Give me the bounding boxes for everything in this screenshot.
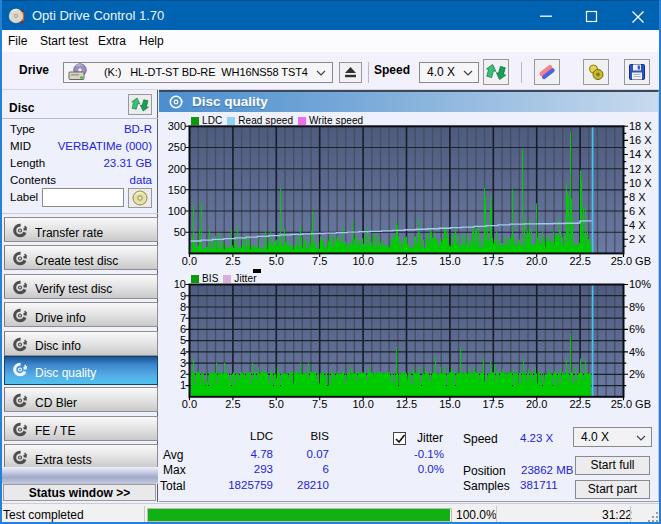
svg-text:12.5: 12.5: [396, 398, 417, 410]
svg-text:2: 2: [180, 368, 186, 380]
svg-text:18 X: 18 X: [629, 120, 652, 132]
svg-text:2.5: 2.5: [225, 255, 240, 267]
svg-text:0.0: 0.0: [182, 255, 197, 267]
svg-text:5.0: 5.0: [269, 398, 284, 410]
svg-text:22.5: 22.5: [569, 398, 590, 410]
svg-text:6%: 6%: [629, 323, 645, 335]
svg-text:10%: 10%: [629, 278, 651, 290]
svg-text:5: 5: [180, 334, 186, 346]
svg-text:50: 50: [174, 226, 186, 238]
svg-text:15.0: 15.0: [439, 398, 460, 410]
svg-text:8 X: 8 X: [629, 191, 646, 203]
svg-text:15.0: 15.0: [439, 255, 460, 267]
svg-text:7.5: 7.5: [312, 398, 327, 410]
svg-text:5.0: 5.0: [269, 255, 284, 267]
svg-text:150: 150: [168, 184, 186, 196]
svg-text:250: 250: [168, 141, 186, 153]
svg-text:6: 6: [180, 323, 186, 335]
svg-text:22.5: 22.5: [569, 255, 590, 267]
svg-text:10.0: 10.0: [352, 398, 373, 410]
svg-text:6 X: 6 X: [629, 205, 646, 217]
svg-text:4%: 4%: [629, 346, 645, 358]
svg-text:8%: 8%: [629, 301, 645, 313]
svg-text:17.5: 17.5: [483, 255, 504, 267]
svg-text:7.5: 7.5: [312, 255, 327, 267]
svg-text:2 X: 2 X: [629, 233, 646, 245]
svg-text:4 X: 4 X: [629, 219, 646, 231]
svg-text:100: 100: [168, 205, 186, 217]
svg-text:14 X: 14 X: [629, 148, 652, 160]
svg-text:9: 9: [180, 290, 186, 302]
svg-text:0.0: 0.0: [182, 398, 197, 410]
svg-text:8: 8: [180, 301, 186, 313]
svg-text:2.5: 2.5: [225, 398, 240, 410]
svg-text:10: 10: [174, 278, 186, 290]
svg-text:1: 1: [180, 379, 186, 391]
svg-text:10.0: 10.0: [352, 255, 373, 267]
svg-text:17.5: 17.5: [483, 398, 504, 410]
svg-text:200: 200: [168, 163, 186, 175]
svg-text:12.5: 12.5: [396, 255, 417, 267]
svg-text:3: 3: [180, 357, 186, 369]
svg-text:12 X: 12 X: [629, 163, 652, 175]
svg-text:2%: 2%: [629, 368, 645, 380]
svg-text:10 X: 10 X: [629, 177, 652, 189]
svg-text:20.0: 20.0: [526, 398, 547, 410]
svg-text:16 X: 16 X: [629, 134, 652, 146]
svg-text:25.0 GB: 25.0 GB: [611, 255, 651, 267]
svg-text:4: 4: [180, 346, 186, 358]
svg-text:25.0 GB: 25.0 GB: [611, 398, 651, 410]
svg-text:7: 7: [180, 312, 186, 324]
svg-text:300: 300: [168, 120, 186, 132]
svg-text:20.0: 20.0: [526, 255, 547, 267]
